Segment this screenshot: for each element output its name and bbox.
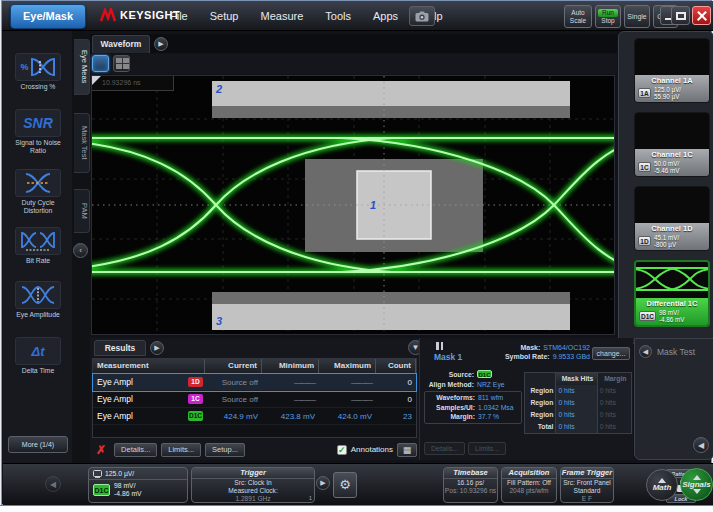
more-measurements-button[interactable]: More (1/4) <box>8 436 68 453</box>
channel-thumbnail-1a[interactable]: Channel 1A 1A 125.0 µV/ 55.90 µV <box>634 38 710 103</box>
channel-thumbnail-1c[interactable]: Channel 1C 1C 50.0 mV/ -5.46 mV <box>634 112 710 177</box>
acquisition-points: 2048 pts/wfm <box>502 487 556 495</box>
collapse-sidebar-button[interactable]: ‹ <box>73 243 88 258</box>
setup-button[interactable]: Setup... <box>205 443 245 457</box>
signals-button[interactable]: Signals <box>680 468 713 501</box>
tab-pam[interactable]: PAM <box>74 189 90 233</box>
camera-icon <box>415 11 429 22</box>
signals-label: Signals <box>682 480 710 489</box>
frame-trigger-title: Frame Trigger <box>561 468 613 479</box>
sidebar-item-dcd[interactable]: Duty Cycle Distortion <box>7 169 69 215</box>
align-method-value: NRZ Eye <box>477 380 505 390</box>
maximize-button[interactable] <box>671 6 690 25</box>
active-scale: 98 mV/ <box>114 482 136 489</box>
run-stop-button[interactable]: Run Stop <box>595 5 621 28</box>
region-3-label: 3 <box>216 315 222 327</box>
region-2-label: 2 <box>215 83 222 95</box>
crossing-icon: % <box>15 53 61 81</box>
details-button[interactable]: Details... <box>114 443 157 457</box>
frame-trigger-box[interactable]: Frame Trigger Src: Front Panel Standard … <box>560 467 614 503</box>
waveforms-label: Waveforms: <box>425 393 475 403</box>
keysight-spark-icon <box>100 8 116 22</box>
hits-row-total: Total 0 hits 0 hits <box>525 421 631 433</box>
limits-button[interactable]: Limits... <box>161 443 201 457</box>
menu-apps[interactable]: Apps <box>373 10 398 22</box>
grid-icon[interactable]: ▦ <box>397 443 417 457</box>
channel-scale: 50.0 mV/ <box>654 160 679 167</box>
tab-eye-meas[interactable]: Eye Meas <box>74 39 90 95</box>
align-method-label: Align Method: <box>424 380 474 390</box>
channel-thumbnail-1d[interactable]: Channel 1D 1D 45.1 mV/ -800 µV <box>634 186 710 251</box>
mode-button[interactable]: Eye/Mask <box>10 4 86 29</box>
single-button[interactable]: Single <box>624 5 650 28</box>
channel-summary-box[interactable]: 125.0 µV/ D1C 98 mV/ -4.86 mV <box>88 467 188 503</box>
expand-mask-test-button[interactable]: ◀ <box>639 345 652 358</box>
math-button[interactable]: Math <box>646 469 678 501</box>
close-button[interactable] <box>692 6 711 25</box>
symbol-rate-value: 9.9533 GBd <box>553 352 590 361</box>
source-badge: 1D <box>188 377 203 387</box>
sidebar-item-crossing[interactable]: % Crossing % <box>7 53 69 91</box>
symbol-rate-label: Symbol Rate: <box>505 352 550 361</box>
sidebar-item-snr[interactable]: SNR Signal to Noise Ratio <box>7 109 69 155</box>
hits-row-region1: Region 1 0 hits 0 hits <box>525 385 631 397</box>
channel-scale: 98 mV/ <box>659 309 679 316</box>
scroll-left-button[interactable]: ◀ <box>45 476 61 492</box>
change-mask-button[interactable]: change... <box>592 347 630 360</box>
hits-row-region3: Region 3 0 hits 0 hits <box>525 409 631 421</box>
frame-trigger-mode: Standard <box>561 487 613 495</box>
col-current[interactable]: Current <box>205 359 262 373</box>
channel-badge: 1D <box>638 236 651 246</box>
results-tab[interactable]: Results <box>94 340 146 356</box>
waveform-tab[interactable]: Waveform <box>92 35 150 53</box>
source-badge: 1C <box>188 394 203 404</box>
single-display-layout-button[interactable] <box>92 55 109 72</box>
acquisition-box[interactable]: Acquisition Fill Pattern: Off 2048 pts/w… <box>501 467 557 503</box>
table-row[interactable]: Eye Ampl D1C 424.9 mV 423.8 mV 424.0 mV … <box>93 408 416 425</box>
annotations-checkbox[interactable]: ✓ <box>337 445 347 455</box>
menu-setup[interactable]: Setup <box>210 10 239 22</box>
timebase-scale: 16.16 ps/ <box>444 479 497 487</box>
mask-test-side-panel: ◀ Mask Test ◀ <box>634 338 713 460</box>
sidebar-label: Bit Rate <box>7 257 69 265</box>
panel-back-button[interactable]: ◀ <box>693 437 709 453</box>
mask-details-button[interactable]: Details... <box>424 442 465 455</box>
sidebar-item-bitrate[interactable]: Bit Rate <box>7 227 69 265</box>
pause-icon[interactable] <box>436 342 443 350</box>
menu-tools[interactable]: Tools <box>325 10 351 22</box>
menu-file[interactable]: File <box>170 10 188 22</box>
gear-icon[interactable]: ⚙ <box>333 472 357 498</box>
sidebar-item-delta-time[interactable]: Δt Delta Time <box>7 337 69 375</box>
table-row[interactable]: Eye Ampl 1C Source off ——— ——— 0 <box>93 391 416 408</box>
snr-icon: SNR <box>15 109 61 137</box>
hits-row-region2: Region 2 0 hits 0 hits <box>525 397 631 409</box>
maximum-value: 424.0 mV <box>319 412 376 421</box>
waveform-display[interactable]: 2 3 1 10.93296 ns <box>91 75 615 335</box>
delete-measurement-icon[interactable]: ✗ <box>96 443 106 457</box>
col-minimum[interactable]: Minimum <box>262 359 319 373</box>
table-row[interactable]: Eye Ampl 1D Source off ——— ——— 0 <box>93 374 416 391</box>
screenshot-button[interactable] <box>409 6 435 26</box>
col-count[interactable]: Count <box>376 359 416 373</box>
trigger-clock-value: 1.2891 GHz <box>192 495 314 503</box>
menu-measure[interactable]: Measure <box>260 10 303 22</box>
channel-badge: D1C <box>639 311 656 321</box>
timebase-box[interactable]: Timebase 16.16 ps/ Pos: 10.93296 ns <box>443 467 498 503</box>
results-tab-menu-button[interactable]: ▶ <box>150 341 164 355</box>
waveform-tab-menu-button[interactable]: ▶ <box>154 37 168 51</box>
trigger-box[interactable]: Trigger Src: Clock In Measured Clock: 1.… <box>191 467 315 503</box>
grid-display-layout-button[interactable] <box>113 55 130 72</box>
auto-scale-button[interactable]: Auto Scale <box>564 5 592 28</box>
measurement-name: Eye Ampl <box>97 377 133 387</box>
col-measurement[interactable]: Measurement <box>93 359 205 373</box>
mask-value: STM64/OC192 <box>543 343 590 352</box>
margin-value: 37.7 % <box>478 412 499 422</box>
tab-mask-test[interactable]: Mask Test <box>74 113 90 173</box>
mask-limits-button[interactable]: Limits... <box>468 442 506 455</box>
percent-glyph: % <box>20 62 28 72</box>
delta-time-icon: Δt <box>15 337 61 365</box>
col-maximum[interactable]: Maximum <box>319 359 376 373</box>
channel-thumbnail-differential-1c[interactable]: Differential 1C D1C 98 mV/ -4.86 mV <box>634 260 710 327</box>
sidebar-item-eye-amplitude[interactable]: Eye Amplitude <box>7 281 69 319</box>
scroll-right-button[interactable]: ▶ <box>316 476 330 490</box>
